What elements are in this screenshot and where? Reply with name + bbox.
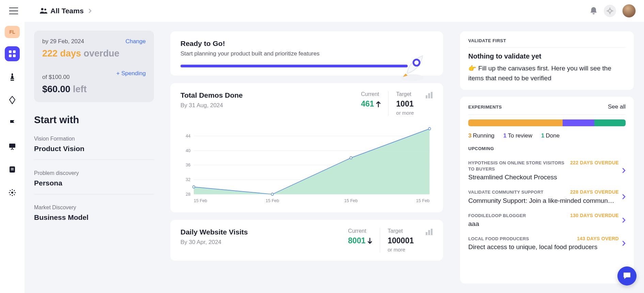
svg-text:15 Feb: 15 Feb xyxy=(194,198,207,203)
validate-body: 👉 Fill up the canvases first. Here you w… xyxy=(468,64,626,83)
svg-rect-32 xyxy=(426,232,427,235)
nav-diamond[interactable] xyxy=(5,93,20,108)
teams-switcher[interactable]: All Teams xyxy=(40,7,92,15)
nav-presentation[interactable] xyxy=(5,139,20,154)
experiments-section: EXPERIMENTS See all 3Running1To review1D… xyxy=(460,97,634,283)
bar-chart-icon[interactable] xyxy=(425,92,433,99)
metric2-target-note: or more xyxy=(388,247,414,253)
svg-point-25 xyxy=(271,193,273,195)
chevron-right-icon xyxy=(89,9,92,13)
budget-left-amount: $60.00 xyxy=(42,84,73,94)
svg-text:15 Feb: 15 Feb xyxy=(266,198,279,203)
add-spending-link[interactable]: + Spending xyxy=(116,70,146,77)
svg-text:15 Feb: 15 Feb xyxy=(344,198,358,203)
experiments-section-label: EXPERIMENTS xyxy=(468,104,502,110)
chevron-right-icon xyxy=(622,194,626,199)
upcoming-cat: HYPOTHESIS ON ONLINE STORE VISITORS TO B… xyxy=(468,160,565,172)
metric2-current-label: Current xyxy=(348,228,372,234)
ready-subtitle: Start planning your product built and pr… xyxy=(180,50,433,57)
arrow-up-icon xyxy=(376,101,381,108)
svg-rect-3 xyxy=(13,50,16,53)
upcoming-item[interactable]: VALIDATE COMMUNITY SUPPORT228 DAYS OVERD… xyxy=(468,185,626,208)
sw-title: Business Model xyxy=(34,213,154,222)
ready-title: Ready to Go! xyxy=(180,39,433,48)
start-with-group[interactable]: Vision Formation Product Vision xyxy=(34,136,154,160)
upcoming-due: 130 DAYS OVERDUE xyxy=(570,213,619,219)
svg-point-26 xyxy=(350,157,352,159)
nav-dashboard[interactable] xyxy=(5,46,20,61)
sw-title: Persona xyxy=(34,179,154,187)
start-with-group[interactable]: Market Discovery Business Model xyxy=(34,205,154,228)
experiments-bar-segment xyxy=(594,119,626,126)
people-icon xyxy=(40,7,48,14)
chevron-right-icon xyxy=(622,241,626,246)
upcoming-cat: LOCAL FOOD PRODUCERS xyxy=(468,236,529,242)
upcoming-due: 222 DAYS OVERDUE xyxy=(570,160,619,172)
sw-label: Problem discovery xyxy=(34,170,154,176)
experiments-legend-item: 1Done xyxy=(541,132,560,139)
svg-rect-4 xyxy=(9,54,12,57)
budget-of: of $100.00 xyxy=(42,74,69,81)
start-with-group[interactable]: Problem discovery Persona xyxy=(34,170,154,194)
metric1-current-value: 461 xyxy=(361,99,374,109)
left-panel: by 29 Feb, 2024 Change 222 days overdue … xyxy=(25,22,163,293)
experiments-bar-segment xyxy=(468,119,563,126)
svg-point-8 xyxy=(11,192,13,194)
nav-rail: FL xyxy=(0,22,25,293)
overdue-days: 222 days xyxy=(42,48,84,59)
metric1-target-label: Target xyxy=(396,91,414,97)
menu-icon[interactable] xyxy=(8,5,19,16)
upcoming-item[interactable]: LOCAL FOOD PRODUCERS143 DAYS OVERDDirect… xyxy=(468,232,626,255)
ready-progress xyxy=(180,65,408,67)
upcoming-due: 143 DAYS OVERD xyxy=(577,236,619,242)
start-with-heading: Start with xyxy=(34,114,154,126)
nav-flag[interactable] xyxy=(5,116,20,131)
nav-notes[interactable] xyxy=(5,162,20,177)
center-column: Ready to Go! Start planning your product… xyxy=(163,22,450,293)
svg-point-0 xyxy=(41,8,44,11)
svg-point-24 xyxy=(193,186,195,188)
chevron-right-icon xyxy=(622,168,626,173)
metric2-title: Daily Website Visits xyxy=(180,228,341,236)
upcoming-cat: FOODILELOOP BLOGGER xyxy=(468,213,526,219)
metric1-by: By 31 Aug, 2024 xyxy=(180,102,354,109)
user-avatar[interactable] xyxy=(622,4,636,18)
start-with-section: Start with Vision Formation Product Visi… xyxy=(34,114,154,228)
svg-point-10 xyxy=(413,60,420,66)
change-link[interactable]: Change xyxy=(125,38,146,45)
overdue-word: overdue xyxy=(84,48,120,59)
svg-text:15 Feb: 15 Feb xyxy=(416,198,429,203)
svg-text:36: 36 xyxy=(186,162,190,168)
svg-rect-5 xyxy=(13,54,16,57)
validate-section: VALIDATE FIRST Nothing to validate yet 👉… xyxy=(460,31,634,90)
metric1-target-note: or more xyxy=(396,110,414,116)
see-all-link[interactable]: See all xyxy=(608,103,626,110)
nav-strategy[interactable] xyxy=(5,69,20,84)
sw-title: Product Vision xyxy=(34,145,154,153)
svg-point-27 xyxy=(428,128,431,130)
right-column: VALIDATE FIRST Nothing to validate yet 👉… xyxy=(450,22,644,293)
upcoming-cat: VALIDATE COMMUNITY SUPPORT xyxy=(468,189,544,195)
experiments-legend-item: 1To review xyxy=(503,132,532,139)
workspace-chip[interactable]: FL xyxy=(5,26,20,38)
budget-date: by 29 Feb, 2024 xyxy=(42,38,84,45)
experiments-legend: 3Running1To review1Done xyxy=(468,132,626,139)
chat-fab[interactable] xyxy=(617,266,637,286)
ready-card: Ready to Go! Start planning your product… xyxy=(170,31,443,76)
bar-chart-icon[interactable] xyxy=(425,229,433,235)
upcoming-title: Direct access to unique, local food prod… xyxy=(468,243,619,251)
upcoming-list: HYPOTHESIS ON ONLINE STORE VISITORS TO B… xyxy=(468,156,626,255)
metric1-target-value: 1001 xyxy=(396,99,413,109)
upcoming-item[interactable]: FOODILELOOP BLOGGER130 DAYS OVERDUEaaa xyxy=(468,209,626,232)
notifications-icon[interactable] xyxy=(590,6,598,15)
help-icon[interactable] xyxy=(604,5,616,17)
upcoming-title: Community Support: Join a like-minded co… xyxy=(468,197,619,205)
nav-settings[interactable] xyxy=(5,185,20,200)
svg-text:28: 28 xyxy=(186,191,190,197)
upcoming-item[interactable]: HYPOTHESIS ON ONLINE STORE VISITORS TO B… xyxy=(468,156,626,185)
metric1-current-label: Current xyxy=(361,91,381,97)
experiments-legend-item: 3Running xyxy=(468,132,494,139)
validate-section-label: VALIDATE FIRST xyxy=(468,38,626,48)
experiments-bar-segment xyxy=(563,119,594,126)
svg-text:32: 32 xyxy=(186,177,190,182)
